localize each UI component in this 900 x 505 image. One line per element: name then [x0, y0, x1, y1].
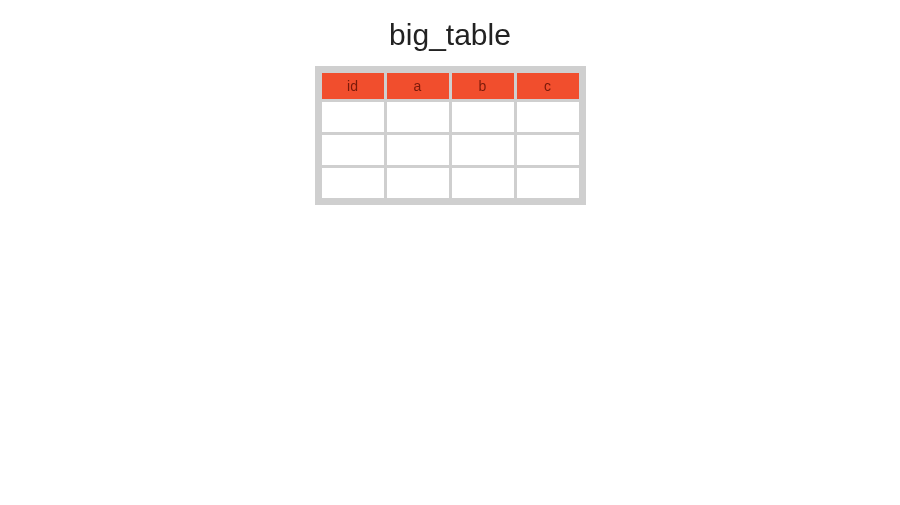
- table-row: [322, 135, 579, 165]
- table-title: big_table: [389, 18, 511, 52]
- table-cell: [322, 168, 384, 198]
- table-frame: id a b c: [315, 66, 586, 205]
- col-header-c: c: [517, 73, 579, 99]
- table-cell: [387, 168, 449, 198]
- col-header-b: b: [452, 73, 514, 99]
- table-cell: [452, 168, 514, 198]
- big-table: id a b c: [319, 70, 582, 201]
- table-cell: [322, 135, 384, 165]
- table-cell: [387, 102, 449, 132]
- table-row: [322, 168, 579, 198]
- table-cell: [452, 102, 514, 132]
- col-header-a: a: [387, 73, 449, 99]
- col-header-id: id: [322, 73, 384, 99]
- table-cell: [517, 102, 579, 132]
- table-cell: [322, 102, 384, 132]
- diagram-container: big_table id a b c: [0, 0, 900, 205]
- table-header-row: id a b c: [322, 73, 579, 99]
- table-cell: [387, 135, 449, 165]
- table-row: [322, 102, 579, 132]
- table-cell: [452, 135, 514, 165]
- table-cell: [517, 135, 579, 165]
- table-cell: [517, 168, 579, 198]
